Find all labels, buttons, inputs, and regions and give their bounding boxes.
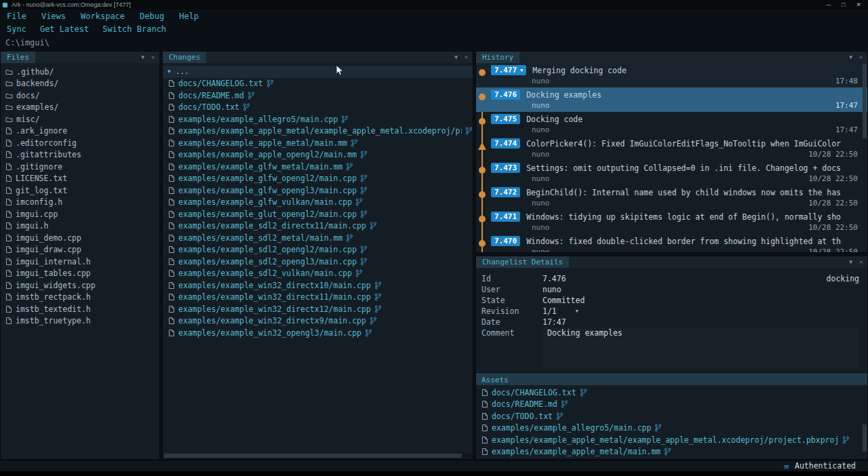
change-item[interactable]: examples/example_sdl2_opengl3/main.cpp [163, 256, 473, 268]
file-tree-item[interactable]: .gitignore [1, 161, 159, 173]
menu-item-debug[interactable]: Debug [140, 12, 164, 21]
revision-badge[interactable]: 7.473 [491, 163, 520, 173]
tree-expander-icon[interactable]: ▼ [167, 68, 171, 75]
file-tree-item[interactable]: imgui_widgets.cpp [1, 279, 159, 292]
file-tree-item[interactable]: imgui_internal.h [1, 256, 159, 268]
menu-item-file[interactable]: File [7, 12, 26, 21]
filter-icon[interactable]: ▼ [454, 54, 458, 60]
file-tree-item[interactable]: imgui_demo.cpp [1, 232, 159, 244]
revision-badge[interactable]: 7.475 [491, 114, 520, 124]
change-item[interactable]: examples/example_apple_metal/example_app… [163, 125, 473, 138]
change-item[interactable]: examples/example_apple_metal/main.mm [163, 137, 473, 149]
file-tree-item[interactable]: examples/ [1, 102, 159, 114]
toolbar-button-sync[interactable]: Sync [7, 24, 26, 34]
change-item[interactable]: examples/example_glut_opengl2/main.cpp [163, 208, 473, 220]
file-tree-item[interactable]: misc/ [1, 113, 159, 125]
file-tree-item[interactable]: imstb_truetype.h [1, 315, 159, 328]
vertical-scrollbar[interactable] [863, 64, 867, 252]
change-item[interactable]: examples/example_sdl2_metal/main.mm [163, 232, 473, 244]
file-tree-item[interactable]: imgui_tables.cpp [1, 268, 159, 280]
change-item[interactable]: examples/example_win32_directx9/main.cpp [163, 315, 473, 328]
filter-icon[interactable]: ▼ [849, 54, 852, 60]
history-row[interactable]: 7.476Docking examplesnuno17:47 [476, 87, 867, 112]
change-item[interactable]: examples/example_win32_directx10/main.cp… [163, 279, 473, 292]
history-row[interactable]: 7.471Windows: tidying up skipitems logic… [476, 210, 867, 234]
revision-badge[interactable]: 7.474 [491, 138, 520, 148]
file-tree-item[interactable]: docs/ [1, 90, 159, 102]
revision-badge[interactable]: 7.472 [491, 187, 520, 197]
close-panel-icon[interactable]: ✕ [859, 54, 863, 60]
history-row[interactable]: 7.470Windows: fixed double-clicked borde… [476, 234, 867, 252]
changes-root-row[interactable]: ▼ ... [163, 66, 473, 78]
change-item[interactable]: examples/example_sdl2_directx11/main.cpp [163, 220, 473, 233]
file-tree-item[interactable]: git_log.txt [1, 184, 159, 197]
change-item[interactable]: examples/example_apple_metal/main.mm [476, 446, 867, 458]
detail-field: Id7.476docking [476, 273, 867, 284]
change-item[interactable]: examples/example_glfw_metal/main.mm [163, 161, 473, 173]
file-tree-item[interactable]: imstb_rectpack.h [1, 292, 159, 304]
change-item[interactable]: docs/CHANGELOG.txt [163, 78, 473, 90]
change-item[interactable]: docs/TODO.txt [163, 102, 473, 114]
file-tree-item[interactable]: backends/ [1, 78, 159, 90]
file-tree-item[interactable]: .ark_ignore [1, 125, 159, 138]
history-row[interactable]: 7.473Settings: omit outputing Collapsed=… [476, 161, 867, 185]
revision-badge[interactable]: 7.470 [491, 236, 520, 246]
close-button[interactable]: ✕ [856, 1, 861, 8]
revision-badge[interactable]: 7.471 [491, 212, 520, 222]
minimize-button[interactable]: ─ [827, 1, 831, 8]
close-panel-icon[interactable]: ✕ [465, 54, 468, 60]
branch-icon [360, 174, 368, 182]
change-item[interactable]: examples/example_glfw_opengl2/main.cpp [163, 173, 473, 185]
toolbar-button-get-latest[interactable]: Get Latest [40, 24, 89, 34]
file-tree-item[interactable]: LICENSE.txt [1, 173, 159, 185]
history-row[interactable]: 7.472BeginChild(): Internal name used by… [476, 185, 867, 210]
file-tree-item[interactable]: imgui_draw.cpp [1, 244, 159, 256]
change-item[interactable]: examples/example_apple_metal/example_app… [476, 434, 867, 446]
scrollbar-thumb[interactable] [863, 424, 867, 452]
change-item[interactable]: examples/example_allegro5/main.cpp [476, 422, 867, 435]
filter-icon[interactable]: ▼ [849, 259, 852, 265]
close-panel-icon[interactable]: ✕ [151, 54, 155, 60]
revision-badge[interactable]: 7.476 [491, 90, 520, 100]
toolbar-button-switch-branch[interactable]: Switch Branch [102, 24, 166, 34]
filter-icon[interactable]: ▼ [141, 54, 144, 60]
change-item[interactable]: examples/example_apple_opengl2/main.mm [163, 149, 473, 161]
history-row[interactable]: 7.477▼Merging docking codenuno17:48 [476, 63, 867, 87]
change-item[interactable]: examples/example_glfw_vulkan/main.cpp [163, 197, 473, 209]
file-tree-item[interactable]: imgui.h [1, 220, 159, 233]
horizontal-scrollbar[interactable] [164, 454, 471, 458]
file-tree-item[interactable]: .gitattributes [1, 149, 159, 161]
file-tree-item[interactable]: imgui.cpp [1, 208, 159, 220]
comment-field[interactable]: Docking examples [542, 328, 859, 368]
scrollbar-thumb[interactable] [863, 64, 867, 138]
change-item[interactable]: examples/example_win32_directx11/main.cp… [163, 292, 473, 304]
file-tree-item[interactable]: .editorconfig [1, 137, 159, 149]
change-item[interactable]: docs/README.md [476, 399, 867, 411]
change-item[interactable]: examples/example_glfw_opengl3/main.cpp [163, 184, 473, 197]
change-item[interactable]: docs/README.md [163, 90, 473, 102]
close-panel-icon[interactable]: ✕ [859, 259, 863, 265]
maximize-button[interactable]: □ [842, 1, 845, 8]
file-tree-item[interactable]: imstb_textedit.h [1, 303, 159, 315]
menu-item-help[interactable]: Help [179, 12, 199, 21]
change-item[interactable]: examples/example_win32_directx12/main.cp… [163, 303, 473, 315]
change-item[interactable]: docs/TODO.txt [476, 410, 867, 422]
file-name: docs/ [16, 91, 40, 100]
change-item[interactable]: docs/CHANGELOG.txt [476, 386, 867, 399]
changes-root-label: ... [176, 67, 189, 76]
change-item[interactable]: examples/example_win32_opengl3/main.cpp [163, 327, 473, 339]
revision-badge[interactable]: 7.477▼ [491, 65, 526, 75]
change-item[interactable]: examples/example_allegro5/main.cpp [163, 113, 473, 125]
scrollbar-thumb[interactable] [164, 454, 462, 458]
change-item[interactable]: examples/example_sdl2_vulkan/main.cpp [163, 268, 473, 280]
change-file-name: examples/example_glfw_vulkan/main.cpp [178, 197, 352, 207]
menu-item-workspace[interactable]: Workspace [81, 12, 125, 21]
file-tree-item[interactable]: .github/ [1, 66, 159, 78]
revision-combo[interactable]: 1/1▼ [542, 306, 578, 316]
history-row[interactable]: 7.475Docking codenuno17:47 [476, 112, 867, 136]
history-row[interactable]: 7.474ColorPicker4(): Fixed ImGuiColorEdi… [476, 136, 867, 161]
file-tree-item[interactable]: imconfig.h [1, 197, 159, 209]
menu-item-views[interactable]: Views [41, 12, 66, 21]
vertical-scrollbar[interactable] [863, 269, 867, 458]
change-item[interactable]: examples/example_sdl2_opengl2/main.cpp [163, 244, 473, 256]
